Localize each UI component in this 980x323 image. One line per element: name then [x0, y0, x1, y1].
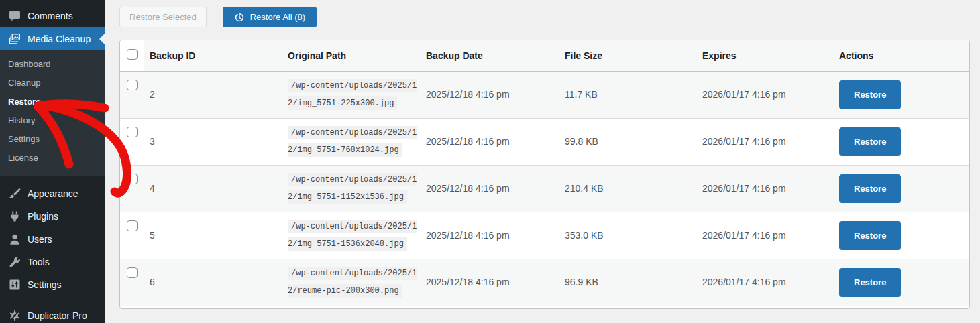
- restore-selected-button[interactable]: Restore Selected: [119, 7, 207, 27]
- header-file-size: File Size: [559, 40, 697, 71]
- sidebar-item-media-cleanup[interactable]: Media Cleanup: [0, 27, 105, 50]
- admin-sidebar: Comments Media Cleanup Dashboard Cleanup…: [0, 0, 105, 323]
- media-cleanup-submenu: Dashboard Cleanup Restore History Settin…: [0, 50, 105, 176]
- wordpress-admin: Comments Media Cleanup Dashboard Cleanup…: [0, 0, 980, 323]
- table-row: 5 /wp-content/uploads/2025/12/img_5751-1…: [120, 212, 969, 259]
- backups-table-card: Backup ID Original Path Backup Date File…: [119, 40, 970, 309]
- sidebar-item-label: Settings: [28, 279, 62, 290]
- lower-menu-group: Appearance Plugins Users Tools: [0, 182, 105, 323]
- table-header-row: Backup ID Original Path Backup Date File…: [120, 40, 969, 71]
- backup-date-cell: 2025/12/18 4:16 pm: [421, 259, 559, 306]
- submenu-item-license[interactable]: License: [0, 149, 105, 168]
- expires-cell: 2026/01/17 4:16 pm: [697, 212, 834, 259]
- appearance-icon: [8, 187, 21, 200]
- expires-cell: 2026/01/17 4:16 pm: [697, 71, 834, 118]
- backup-id-cell: 3: [144, 118, 282, 165]
- sidebar-item-label: Comments: [28, 11, 73, 21]
- backup-clock-icon: [234, 12, 245, 23]
- sidebar-item-label: Users: [28, 234, 52, 245]
- backup-date-cell: 2025/12/18 4:16 pm: [421, 71, 559, 118]
- table-row: 6 /wp-content/uploads/2025/12/reume-pic-…: [120, 259, 969, 306]
- header-actions: Actions: [834, 40, 969, 71]
- sidebar-item-settings[interactable]: Settings: [0, 273, 105, 296]
- sidebar-item-duplicator-pro[interactable]: Duplicator Pro: [0, 304, 105, 323]
- sidebar-item-comments[interactable]: Comments: [0, 5, 105, 27]
- header-original-path: Original Path: [282, 40, 421, 71]
- restore-button[interactable]: Restore: [839, 80, 901, 109]
- restore-button[interactable]: Restore: [839, 174, 901, 203]
- backup-date-cell: 2025/12/18 4:16 pm: [421, 118, 559, 165]
- restore-all-button[interactable]: Restore All (8): [223, 7, 317, 27]
- expires-cell: 2026/01/17 4:16 pm: [697, 165, 834, 212]
- original-path: /wp-content/uploads/2025/12/img_5751-768…: [288, 126, 417, 157]
- main-content: Restore Selected Restore All (8): [105, 0, 980, 323]
- backup-id-cell: 2: [144, 71, 282, 118]
- sidebar-item-label: Appearance: [28, 188, 78, 199]
- backup-date-cell: 2025/12/18 4:16 pm: [421, 165, 559, 212]
- restore-all-label: Restore All (8): [250, 11, 305, 23]
- media-cleanup-icon: [8, 32, 21, 46]
- backups-table: Backup ID Original Path Backup Date File…: [120, 40, 969, 306]
- restore-toolbar: Restore Selected Restore All (8): [105, 0, 980, 27]
- row-checkbox[interactable]: [127, 174, 138, 184]
- restore-button[interactable]: Restore: [839, 127, 901, 156]
- users-icon: [8, 233, 21, 246]
- table-row: 4 /wp-content/uploads/2025/12/img_5751-1…: [120, 165, 969, 212]
- table-row: 2 /wp-content/uploads/2025/12/img_5751-2…: [120, 71, 969, 118]
- comments-icon: [8, 9, 21, 23]
- sidebar-item-label: Duplicator Pro: [28, 310, 87, 321]
- settings-icon: [8, 278, 21, 292]
- row-checkbox[interactable]: [127, 267, 138, 278]
- restore-button[interactable]: Restore: [839, 268, 901, 297]
- header-expires: Expires: [697, 40, 834, 71]
- file-size-cell: 210.4 KB: [559, 165, 697, 212]
- restore-button[interactable]: Restore: [839, 221, 901, 250]
- submenu-item-dashboard[interactable]: Dashboard: [0, 55, 105, 74]
- row-checkbox[interactable]: [127, 80, 138, 90]
- current-menu-arrow: [99, 33, 105, 45]
- submenu-item-history[interactable]: History: [0, 111, 105, 130]
- sidebar-item-label: Tools: [28, 257, 50, 267]
- submenu-item-cleanup[interactable]: Cleanup: [0, 74, 105, 92]
- plugins-icon: [8, 210, 21, 223]
- row-checkbox[interactable]: [127, 220, 138, 231]
- backup-id-cell: 4: [144, 165, 282, 212]
- backup-id-cell: 6: [144, 259, 282, 306]
- header-backup-id: Backup ID: [144, 40, 282, 71]
- expires-cell: 2026/01/17 4:16 pm: [697, 118, 834, 165]
- backup-date-cell: 2025/12/18 4:16 pm: [421, 212, 559, 259]
- submenu-item-restore[interactable]: Restore: [0, 92, 105, 111]
- backup-id-cell: 5: [144, 212, 282, 259]
- file-size-cell: 99.8 KB: [559, 118, 697, 165]
- sidebar-item-label: Media Cleanup: [28, 34, 91, 44]
- sidebar-item-label: Plugins: [28, 211, 58, 222]
- sidebar-item-tools[interactable]: Tools: [0, 251, 105, 273]
- tools-icon: [8, 255, 21, 269]
- table-row: 3 /wp-content/uploads/2025/12/img_5751-7…: [120, 118, 969, 165]
- original-path: /wp-content/uploads/2025/12/reume-pic-20…: [288, 267, 417, 298]
- duplicator-gear-icon: [8, 309, 21, 322]
- file-size-cell: 353.0 KB: [559, 212, 697, 259]
- expires-cell: 2026/01/17 4:16 pm: [697, 259, 834, 306]
- header-backup-date: Backup Date: [421, 40, 559, 71]
- sidebar-item-appearance[interactable]: Appearance: [0, 182, 105, 205]
- select-all-checkbox[interactable]: [127, 49, 138, 60]
- original-path: /wp-content/uploads/2025/12/img_5751-153…: [288, 220, 417, 251]
- file-size-cell: 96.9 KB: [559, 259, 697, 306]
- original-path: /wp-content/uploads/2025/12/img_5751-225…: [288, 79, 417, 110]
- sidebar-item-plugins[interactable]: Plugins: [0, 205, 105, 228]
- original-path: /wp-content/uploads/2025/12/img_5751-115…: [288, 173, 417, 204]
- row-checkbox[interactable]: [127, 127, 138, 137]
- file-size-cell: 11.7 KB: [559, 71, 697, 118]
- submenu-item-settings[interactable]: Settings: [0, 130, 105, 149]
- sidebar-item-users[interactable]: Users: [0, 228, 105, 251]
